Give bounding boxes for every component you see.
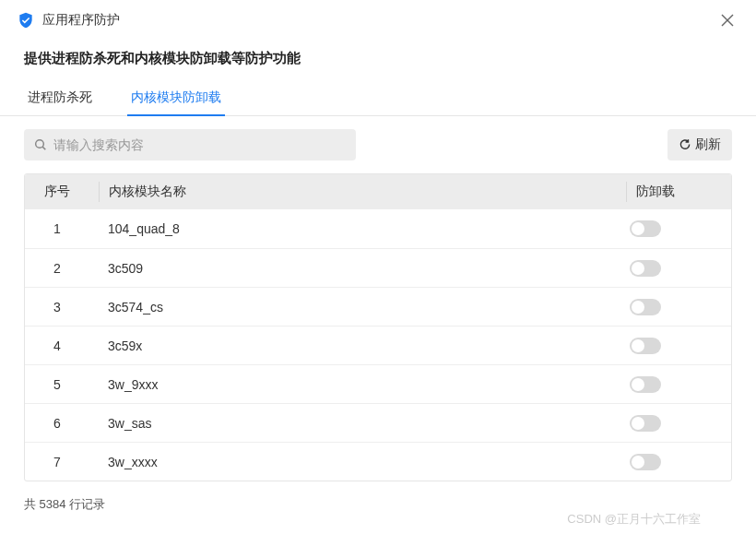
table-header: 序号 内核模块名称 防卸载 — [25, 174, 731, 209]
titlebar: 应用程序防护 — [0, 0, 756, 37]
tab-kernel-module-protect[interactable]: 内核模块防卸载 — [127, 82, 225, 115]
toggle-switch[interactable] — [630, 299, 661, 315]
cell-name: 3c509 — [99, 261, 626, 276]
cell-name: 3c59x — [99, 338, 626, 353]
cell-seq: 6 — [25, 416, 99, 431]
toggle-switch[interactable] — [630, 220, 661, 237]
toggle-switch[interactable] — [630, 260, 661, 277]
cell-seq: 4 — [25, 338, 99, 353]
cell-toggle — [626, 338, 718, 354]
close-button[interactable] — [715, 11, 739, 31]
footer-total: 共 5384 行记录 — [0, 481, 756, 528]
toggle-switch[interactable] — [630, 415, 661, 432]
cell-seq: 2 — [25, 261, 99, 276]
table-row: 53w_9xxx — [25, 364, 731, 403]
refresh-icon — [679, 138, 691, 151]
table-row: 63w_sas — [25, 403, 731, 442]
cell-name: 3w_sas — [99, 416, 626, 431]
shield-icon — [17, 11, 35, 30]
cell-seq: 3 — [25, 300, 99, 315]
search-input[interactable] — [53, 137, 347, 152]
cell-seq: 7 — [25, 455, 99, 469]
refresh-button[interactable]: 刷新 — [667, 129, 732, 160]
window-title: 应用程序防护 — [42, 12, 120, 29]
table-row: 33c574_cs — [25, 287, 731, 326]
cell-seq: 1 — [25, 221, 99, 236]
close-icon — [721, 14, 734, 27]
cell-toggle — [626, 376, 718, 393]
cell-name: 104_quad_8 — [99, 221, 626, 236]
toggle-switch[interactable] — [630, 338, 661, 354]
refresh-label: 刷新 — [695, 136, 721, 153]
col-header-toggle: 防卸载 — [626, 182, 718, 202]
table-row: 23c509 — [25, 248, 731, 287]
tab-process-protect[interactable]: 进程防杀死 — [24, 82, 96, 115]
svg-line-3 — [42, 147, 45, 149]
table-body: 1104_quad_823c50933c574_cs43c59x53w_9xxx… — [25, 209, 731, 481]
toolbar: 刷新 — [0, 116, 756, 173]
cell-name: 3c574_cs — [99, 300, 626, 315]
table-row: 1104_quad_8 — [25, 209, 731, 248]
module-table: 序号 内核模块名称 防卸载 1104_quad_823c50933c574_cs… — [24, 173, 732, 481]
app-window: 应用程序防护 提供进程防杀死和内核模块防卸载等防护功能 进程防杀死 内核模块防卸… — [0, 0, 756, 546]
cell-name: 3w_9xxx — [99, 377, 626, 392]
search-icon — [33, 137, 48, 152]
col-header-name: 内核模块名称 — [99, 182, 626, 202]
table-row: 73w_xxxx — [25, 442, 731, 481]
col-header-seq: 序号 — [25, 184, 99, 200]
search-box[interactable] — [24, 129, 356, 160]
cell-toggle — [626, 260, 718, 277]
cell-seq: 5 — [25, 377, 99, 392]
cell-toggle — [626, 299, 718, 315]
toggle-switch[interactable] — [630, 454, 661, 470]
toggle-switch[interactable] — [630, 376, 661, 393]
cell-toggle — [626, 220, 718, 237]
cell-toggle — [626, 454, 718, 470]
cell-toggle — [626, 415, 718, 432]
page-subtitle: 提供进程防杀死和内核模块防卸载等防护功能 — [0, 37, 756, 73]
tab-bar: 进程防杀死 内核模块防卸载 — [0, 73, 756, 116]
svg-point-2 — [36, 140, 44, 148]
cell-name: 3w_xxxx — [99, 455, 626, 469]
table-row: 43c59x — [25, 326, 731, 364]
